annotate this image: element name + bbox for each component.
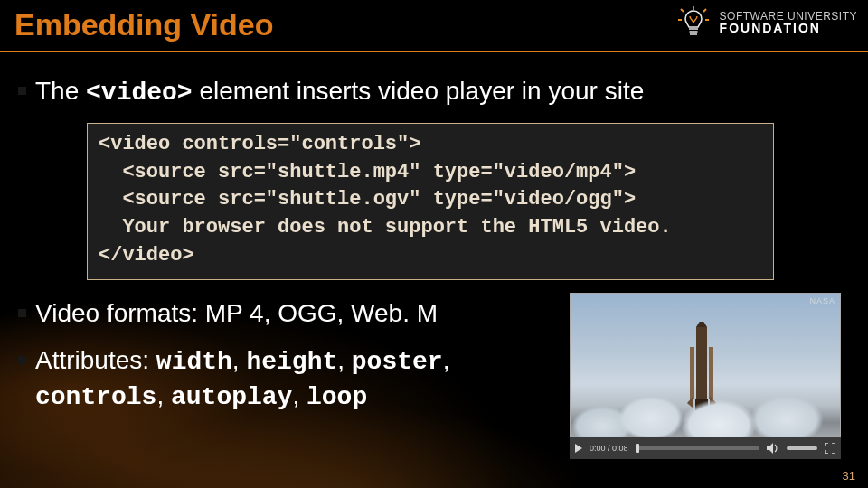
slide: Embedding Video SOFTWARE UNIVERSITY FOUN… xyxy=(0,0,868,488)
logo-text: SOFTWARE UNIVERSITY FOUNDATION xyxy=(720,11,857,34)
lightbulb-icon xyxy=(675,4,712,42)
bullet-icon xyxy=(18,87,26,95)
svg-marker-2 xyxy=(696,322,707,327)
bullet-formats-text: Video formats: MP 4, OGG, Web. M xyxy=(35,296,438,331)
intro-post: element inserts video player in your sit… xyxy=(193,77,645,105)
attrs-pre: Attributes: xyxy=(35,346,156,374)
attr-controls: controls xyxy=(35,383,156,411)
intro-tag: <video> xyxy=(86,79,193,107)
attr-autoplay: autoplay xyxy=(171,383,292,411)
watermark-text: NASA xyxy=(809,296,835,305)
code-line-1: <video controls="controls"> xyxy=(99,133,420,155)
slide-title: Embedding Video xyxy=(14,7,274,42)
progress-bar[interactable] xyxy=(636,446,760,450)
bullet-icon xyxy=(18,356,26,364)
svg-marker-8 xyxy=(767,443,773,454)
play-button[interactable] xyxy=(575,444,582,453)
page-number: 31 xyxy=(843,469,855,483)
video-controls-bar: 0:00 / 0:08 xyxy=(570,437,841,459)
volume-slider[interactable] xyxy=(787,446,817,450)
code-block: <video controls="controls"> <source src=… xyxy=(87,123,774,280)
video-thumbnail: NASA 0:00 / 0:08 xyxy=(570,293,841,459)
formats-list: MP 4, OGG, Web. M xyxy=(205,299,438,327)
smoke-cloud xyxy=(570,374,841,437)
code-line-5: </video> xyxy=(99,244,194,267)
formats-pre: Video formats: xyxy=(35,299,205,327)
attr-poster: poster xyxy=(352,348,443,376)
time-display: 0:00 / 0:08 xyxy=(590,444,628,453)
title-underline xyxy=(0,51,868,52)
code-line-2: <source src="shuttle.mp4" type="video/mp… xyxy=(99,161,636,183)
bullet-attrs-text: Attributes: width, height, poster, contr… xyxy=(35,343,542,416)
intro-pre: The xyxy=(35,77,86,105)
logo-line-2: FOUNDATION xyxy=(720,22,857,34)
logo: SOFTWARE UNIVERSITY FOUNDATION xyxy=(675,4,857,42)
fullscreen-icon[interactable] xyxy=(825,443,835,454)
code-line-4: Your browser does not support the HTML5 … xyxy=(99,216,672,239)
code-line-3: <source src="shuttle.ogv" type="video/og… xyxy=(99,188,636,211)
volume-icon[interactable] xyxy=(767,443,779,454)
attr-loop: loop xyxy=(307,383,367,411)
bullet-icon xyxy=(18,309,26,317)
bullet-intro-text: The <video> element inserts video player… xyxy=(35,74,644,110)
bullet-intro: The <video> element inserts video player… xyxy=(18,74,850,110)
attr-height: height xyxy=(246,348,337,376)
attr-width: width xyxy=(156,348,232,376)
